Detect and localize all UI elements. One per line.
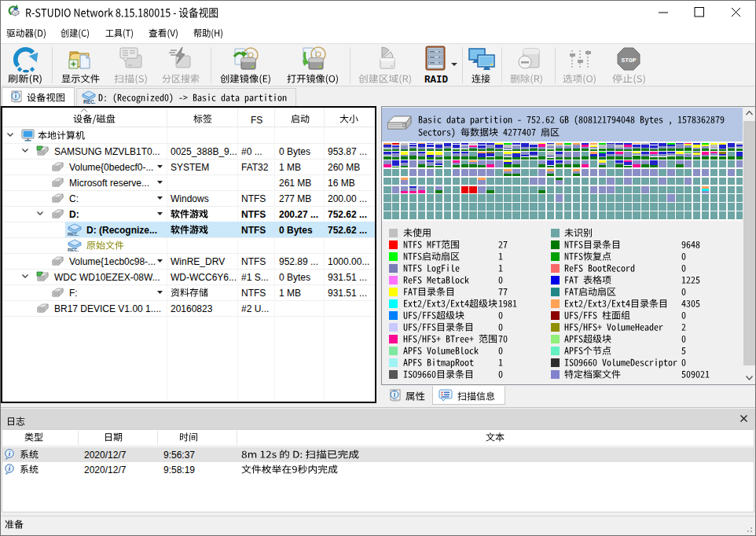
svg-text:i: i (394, 391, 395, 398)
svg-text:REC.: REC. (68, 232, 79, 237)
svg-text:i: i (15, 92, 17, 100)
svg-text:REC.: REC. (68, 248, 79, 252)
svg-text:REC.: REC. (83, 99, 96, 105)
svg-text:STOP: STOP (621, 57, 636, 64)
